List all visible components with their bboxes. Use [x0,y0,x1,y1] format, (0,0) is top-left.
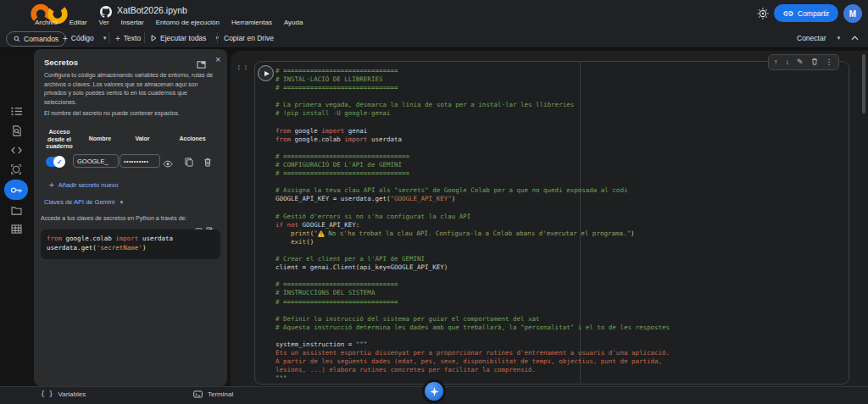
more-options-icon[interactable]: ⋮ [826,58,833,66]
code-snippets-icon[interactable] [4,141,28,158]
connect-button[interactable]: Conectar ▼ [797,31,841,45]
column-header-actions: Acciones [171,136,214,143]
run-cell-button[interactable] [258,65,274,81]
add-code-label: Código [71,34,94,42]
braces-icon: { } [41,390,53,398]
code-line: client = genai.Client(api_key=GOOGLE_API… [275,263,670,272]
code-line: from google.colab import userdata [47,234,220,243]
close-panel-icon[interactable]: × [215,54,220,64]
code-lines[interactable]: # ==============================# INSTAL… [275,67,670,383]
gemini-spark-icon[interactable] [4,161,28,178]
add-code-button[interactable]: + Código ▼ [63,31,108,45]
code-line [275,119,670,127]
files-folder-icon[interactable] [4,202,28,219]
menu-item-herramientas[interactable]: Herramientas [231,19,272,26]
code-line [275,332,670,340]
code-line: # ================================= [275,152,670,161]
popout-panel-icon[interactable] [197,57,206,72]
avatar[interactable]: M [843,4,862,23]
edit-with-ai-icon[interactable]: ✎ [797,58,804,66]
play-outline-icon [151,35,157,42]
variables-label: Variables [58,390,86,398]
menu-item-ver[interactable]: Ver [99,19,109,26]
run-all-button[interactable]: Ejecutar todas ▼ [151,31,220,45]
terminal-button[interactable]: Terminal [193,390,233,398]
collapse-header-icon[interactable] [851,31,859,45]
left-icon-rail [0,47,31,386]
delete-secret-icon[interactable] [203,155,212,170]
python-access-hint: Accede a tus claves de secretos en Pytho… [41,215,219,221]
share-button[interactable]: Compartir [774,4,838,22]
move-cell-up-icon[interactable]: ↑ [774,58,778,66]
delete-cell-icon[interactable] [811,58,818,67]
menu-item-ayuda[interactable]: Ayuda [284,19,303,26]
toolbar-divider [217,32,218,43]
code-line: # ============================== [275,298,670,307]
column-header-value: Valor [125,136,159,143]
column-header-name: Nombre [81,136,119,143]
code-line: A partir de les següents dades (edat, pe… [275,357,670,366]
data-table-icon[interactable] [4,220,28,237]
code-line: # Gestió d'errors si no s'ha configurat … [275,213,670,221]
add-secret-button[interactable]: + Añadir secreto nuevo [49,180,119,190]
code-line [275,272,670,280]
add-text-button[interactable]: + Texto [115,31,141,45]
menu-item-insertar[interactable]: Insertar [121,19,144,26]
panel-note: El nombre del secreto no puede contener … [44,109,217,119]
notebook-access-toggle[interactable]: ✓ [46,157,64,167]
chevron-down-icon[interactable]: ▼ [103,36,108,41]
search-icon [14,36,20,42]
menu-item-archivo[interactable]: Archivo [35,19,58,26]
code-line: from google.colab import userdata [275,136,670,144]
gemini-keys-label: Claves de API de Gemini [44,198,114,206]
gemini-fab-button[interactable] [425,382,443,401]
snippet-lines: from google.colab import userdatauserdat… [47,234,220,252]
chevron-down-icon: ▼ [119,200,124,205]
code-line [275,246,670,255]
code-line: Ets un assistent esportiu dissenyat per … [275,349,670,357]
share-label: Compartir [798,9,829,18]
terminal-label: Terminal [208,390,233,398]
table-of-contents-icon[interactable] [4,102,28,119]
toolbar-divider [144,32,145,43]
code-line [275,204,670,213]
code-line: # ============================== [275,84,670,92]
connect-label: Conectar [797,34,826,42]
variables-button[interactable]: { } Variables [41,390,86,398]
scrollbar-thumb[interactable] [862,54,865,113]
commands-button[interactable]: Comandos [6,31,66,47]
menu-item-editar[interactable]: Editar [70,19,87,26]
code-line: from google import genai [275,127,670,136]
chevron-down-icon[interactable]: ▼ [837,36,842,41]
toggle-check-icon: ✓ [53,156,65,168]
move-cell-down-icon[interactable]: ↓ [786,58,790,66]
code-line: system_instruction = """ [275,340,670,349]
find-replace-icon[interactable] [4,122,28,139]
menu-bar: ArchivoEditarVerInsertarEntorno de ejecu… [35,17,303,28]
terminal-icon [193,390,203,398]
copy-secret-icon[interactable] [185,155,193,170]
cell-execution-indicator: [ ] [237,64,248,71]
secrets-key-icon[interactable] [4,180,28,200]
code-line: GOOGLE_API_KEY = userdata.get("GOOGLE_AP… [275,195,670,203]
code-line: # !pip install -U google-genai [275,109,670,118]
code-line: # La primera vegada, desmarca la línia d… [275,101,670,109]
code-line [275,178,670,186]
play-icon [264,71,270,76]
secret-name-input[interactable]: GOOGLE_ [73,154,119,168]
show-value-eye-icon[interactable] [163,156,173,171]
colab-app: XatBot2026.ipynb ArchivoEditarVerInserta… [0,0,868,404]
gemini-api-keys-link[interactable]: Claves de API de Gemini ▼ [44,198,124,206]
code-line: # Definir la instrucció del sistema per … [275,315,670,324]
panel-title: Secretos [44,58,78,67]
code-line: userdata.get('secretName') [47,243,220,252]
menu-item-entorno-de-ejecuci-n[interactable]: Entorno de ejecución [156,19,220,26]
secret-value-input[interactable]: •••••••••• [120,154,160,168]
toolbar-divider [108,32,109,43]
plus-icon: + [63,34,68,43]
code-line: # CONFIGURACIÓ DE L'API de GEMINI [275,161,670,169]
copy-to-drive-button[interactable]: Copiar en Drive [224,31,274,45]
notebook-filename[interactable]: XatBot2026.ipynb [117,5,187,15]
settings-gear-icon[interactable] [757,8,769,23]
snippet-code-box: from google.colab import userdatauserdat… [41,230,220,259]
